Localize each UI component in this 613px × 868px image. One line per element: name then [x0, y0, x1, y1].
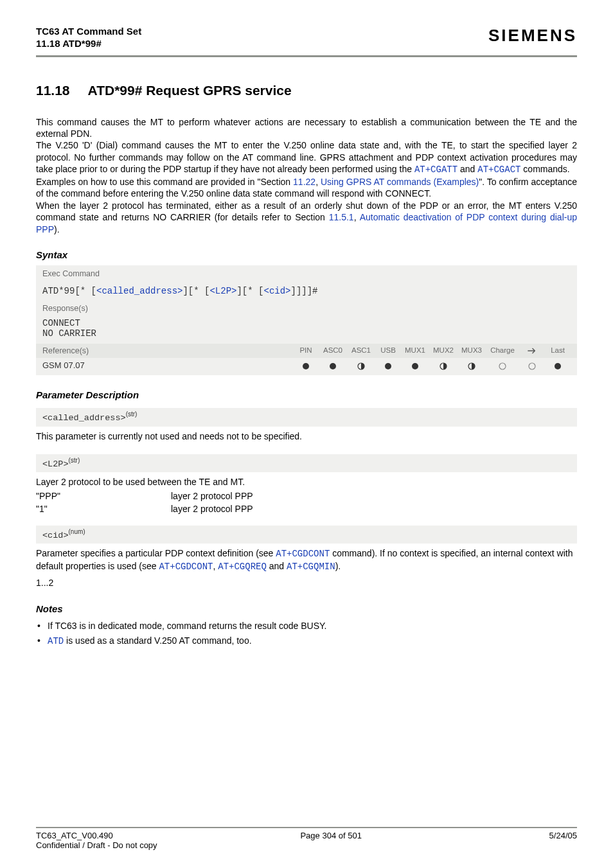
intro-p1: This command causes the MT to perform wh… [36, 116, 577, 140]
reference-label: Reference(s) [42, 346, 293, 355]
footer-page-number: Page 304 of 501 [300, 831, 361, 840]
svg-point-3 [385, 363, 391, 369]
section-heading: 11.18ATD*99# Request GPRS service [36, 83, 577, 98]
param-l2p-desc: Layer 2 protocol to be used between the … [36, 476, 577, 488]
param-cid-name: <cid> [42, 530, 69, 540]
dot-mux1 [401, 360, 429, 370]
col-pin: PIN [293, 346, 319, 355]
response-block: CONNECT NO CARRIER [36, 317, 577, 344]
dot-pin [293, 360, 319, 370]
cid-and: and [267, 561, 287, 571]
param-called-address-link[interactable]: <called_address> [96, 286, 182, 296]
intro-p2b: commands. [520, 164, 569, 174]
l2p-row-1: "1" layer 2 protocol PPP [36, 504, 577, 514]
link-sec-1122[interactable]: 11.22 [293, 177, 315, 187]
note-1: If TC63 is in dedicated mode, command re… [36, 619, 577, 633]
reference-columns: PIN ASC0 ASC1 USB MUX1 MUX2 MUX3 Charge … [293, 346, 571, 355]
intro-comma1: , [315, 177, 321, 187]
notes-heading: Notes [36, 603, 577, 614]
cid-desc-c: ). [335, 561, 341, 571]
airplane-icon [528, 346, 537, 355]
exec-command-code: ATD*99[* [<called_address>][* [<L2P>][* … [36, 282, 577, 300]
exec-mid1: ][* [ [182, 286, 209, 296]
dot-asc0 [319, 360, 347, 370]
footer-divider [36, 827, 577, 828]
param-l2p-type: (str) [69, 457, 80, 464]
param-called-address-desc: This parameter is currently not used and… [36, 430, 577, 443]
section-number: 11.18 [36, 83, 70, 98]
param-l2p: <L2P>(str) [36, 454, 577, 473]
link-atd[interactable]: ATD [48, 636, 64, 646]
param-l2p-link[interactable]: <L2P> [209, 286, 236, 296]
col-airplane [519, 346, 545, 355]
reference-header-row: Reference(s) PIN ASC0 ASC1 USB MUX1 MUX2… [36, 344, 577, 358]
link-sec-1122-title[interactable]: Using GPRS AT commands (Examples) [321, 177, 479, 187]
svg-point-7 [499, 363, 506, 369]
l2p-val-ppp: layer 2 protocol PPP [171, 491, 577, 501]
note-2-text: is used as a standard V.250 AT command, … [64, 635, 251, 646]
intro-p3: Examples on how to use this command are … [36, 176, 577, 200]
dot-charge [486, 360, 519, 370]
section-title-text: ATD*99# Request GPRS service [88, 83, 292, 98]
page-footer: TC63_ATC_V00.490 Page 304 of 501 5/24/05… [36, 827, 577, 850]
param-desc-heading: Parameter Description [36, 389, 577, 400]
dot-asc1 [347, 360, 375, 370]
brand-logo: SIEMENS [488, 26, 577, 46]
svg-point-0 [303, 363, 309, 369]
footer-row-2: Confidential / Draft - Do not copy [36, 840, 577, 850]
response-label: Response(s) [36, 300, 577, 317]
param-cid: <cid>(num) [36, 526, 577, 544]
col-asc0: ASC0 [319, 346, 347, 355]
link-cgdcont-2[interactable]: AT+CGDCONT [159, 562, 213, 572]
intro-and1: and [458, 164, 477, 174]
param-called-address-name: <called_address> [42, 413, 126, 423]
link-cgact[interactable]: AT+CGACT [477, 164, 520, 175]
doc-title: TC63 AT Command Set [36, 26, 141, 38]
notes-list: If TC63 is in dedicated mode, command re… [36, 619, 577, 648]
dot-mux3 [458, 360, 486, 370]
link-cgatt[interactable]: AT+CGATT [414, 164, 458, 175]
param-cid-link[interactable]: <cid> [263, 286, 290, 296]
param-cid-desc: Parameter specifies a particular PDP con… [36, 547, 577, 573]
param-called-address: <called_address>(str) [36, 408, 577, 427]
response-connect: CONNECT [42, 318, 571, 328]
response-nocarrier: NO CARRIER [42, 328, 571, 339]
header-left: TC63 AT Command Set 11.18 ATD*99# [36, 26, 141, 50]
link-cgqmin[interactable]: AT+CGQMIN [287, 562, 335, 572]
intro-p3a: Examples on how to use this command are … [36, 177, 293, 187]
dot-mux2 [429, 360, 458, 370]
param-called-address-type: (str) [126, 411, 138, 418]
intro-p2: The V.250 'D' (Dial) command causes the … [36, 139, 577, 175]
col-mux3: MUX3 [458, 346, 486, 355]
col-mux2: MUX2 [429, 346, 458, 355]
col-charge: Charge [486, 346, 519, 355]
syntax-heading: Syntax [36, 249, 577, 260]
exec-prefix: ATD*99[* [ [42, 286, 96, 296]
svg-point-9 [555, 363, 561, 369]
reference-name: GSM 07.07 [42, 360, 293, 370]
link-cgqreq[interactable]: AT+CGQREQ [218, 562, 267, 572]
cid-desc-a: Parameter specifies a particular PDP con… [36, 548, 276, 558]
link-cgdcont-1[interactable]: AT+CGDCONT [276, 549, 330, 559]
intro-p4b: ). [54, 224, 60, 235]
intro-p4: When the layer 2 protocol has terminated… [36, 200, 577, 235]
dot-last [545, 360, 571, 370]
col-asc1: ASC1 [347, 346, 375, 355]
page-header: TC63 AT Command Set 11.18 ATD*99# SIEMEN… [36, 26, 577, 50]
note-2: ATD is used as a standard V.250 AT comma… [36, 634, 577, 648]
l2p-key-1: "1" [36, 504, 171, 514]
svg-point-1 [330, 363, 336, 369]
footer-date: 5/24/05 [549, 831, 577, 840]
dot-usb [375, 360, 401, 370]
exec-command-label: Exec Command [36, 265, 577, 282]
l2p-row-ppp: "PPP" layer 2 protocol PPP [36, 491, 577, 501]
link-sec-1151[interactable]: 11.5.1 [329, 212, 354, 222]
dot-airplane [519, 360, 545, 370]
intro-comma2: , [354, 212, 360, 222]
header-divider [36, 55, 577, 57]
section-ref: 11.18 ATD*99# [36, 38, 141, 50]
l2p-key-ppp: "PPP" [36, 491, 171, 501]
col-usb: USB [375, 346, 401, 355]
param-l2p-name: <L2P> [42, 459, 69, 468]
l2p-val-1: layer 2 protocol PPP [171, 504, 577, 514]
